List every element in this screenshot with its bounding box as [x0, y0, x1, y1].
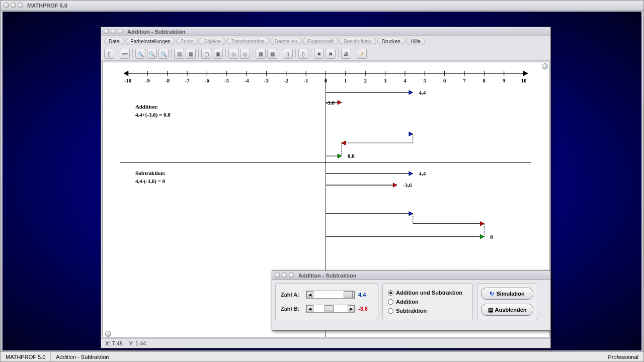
zahl-b-slider[interactable]: ◀ ▶ [306, 305, 355, 313]
svg-marker-67 [409, 171, 413, 176]
svg-marker-44 [523, 71, 528, 76]
svg-text:6: 6 [443, 77, 446, 83]
menu-hilfe[interactable]: Hilfe [406, 38, 425, 45]
coord-y-label: Y: [129, 340, 134, 346]
document-statusbar: X: 7.48 Y: 1.44 [101, 338, 550, 347]
svg-marker-55 [409, 132, 413, 136]
svg-text:5: 5 [424, 77, 427, 83]
help-icon[interactable]: ? [357, 49, 367, 59]
menu-datei[interactable]: Datei [104, 38, 125, 45]
control-titlebar[interactable]: Addition - Subtraktion [272, 271, 550, 280]
maximize-icon[interactable] [11, 3, 16, 8]
menu-transformation[interactable]: Transformation [226, 38, 269, 45]
maximize-icon[interactable] [282, 273, 287, 278]
svg-marker-70 [393, 183, 397, 188]
radio-addition[interactable]: Addition [388, 299, 467, 305]
zahl-a-label: Zahl A: [281, 292, 303, 298]
svg-text:10: 10 [521, 77, 527, 83]
chevron-right-icon[interactable]: ▶ [348, 305, 355, 312]
target2-icon[interactable]: ◎ [240, 49, 250, 59]
svg-text:-7: -7 [185, 77, 190, 83]
svg-marker-79 [480, 234, 484, 239]
svg-marker-52 [338, 100, 342, 105]
binoculars-icon[interactable]: 👓 [120, 49, 130, 59]
maximize-icon[interactable] [111, 29, 116, 34]
minimize-icon[interactable] [104, 29, 109, 34]
control-panel: Addition - Subtraktion Zahl A: ◀ ▶ 4,4 [272, 270, 551, 331]
ausblenden-button[interactable]: ▤Ausblenden [481, 304, 533, 316]
zahl-a-value: 4,4 [358, 292, 366, 298]
zahl-b-label: Zahl B: [281, 306, 303, 312]
app-titlebar[interactable]: MATHPROF 5.0 [1, 1, 643, 11]
svg-marker-47 [409, 90, 413, 95]
table2-icon[interactable]: ▦ [267, 49, 277, 59]
document-title: Addition - Subtraktion [127, 29, 185, 35]
menu-darstellen[interactable]: Darstellen [270, 38, 302, 45]
svg-text:-9: -9 [145, 77, 150, 83]
close-icon[interactable] [118, 29, 123, 34]
svg-text:2: 2 [364, 77, 366, 83]
close-icon[interactable] [289, 273, 294, 278]
menu-eigenschaft[interactable]: Eigenschaft [303, 38, 338, 45]
svg-text:-3: -3 [264, 77, 269, 83]
svg-marker-73 [409, 212, 413, 216]
menu-objekte[interactable]: Objekte [199, 38, 225, 45]
svg-text:8: 8 [490, 234, 493, 240]
svg-text:4,4: 4,4 [419, 89, 426, 96]
document-titlebar[interactable]: Addition - Subtraktion [101, 27, 550, 36]
svg-text:1: 1 [344, 77, 347, 83]
svg-text:Addition:: Addition: [135, 104, 158, 110]
svg-text:4,4-(-3,6) = 8: 4,4-(-3,6) = 8 [135, 178, 166, 185]
copy-icon[interactable]: ▯ [298, 49, 308, 59]
minimize-icon[interactable] [4, 3, 9, 8]
menu-beschriftung[interactable]: Beschriftung [339, 38, 376, 45]
zoom-reset-icon[interactable]: 🔍 [158, 49, 169, 59]
svg-text:3: 3 [384, 77, 387, 83]
zoom-in-icon[interactable]: 🔍 [135, 49, 145, 59]
radio-subtraktion[interactable]: Subtraktion [388, 308, 467, 314]
app-statusbar: MATHPROF 5.0 Addition - Subtraktion Prof… [1, 351, 643, 361]
svg-text:-6: -6 [205, 77, 210, 83]
minimize-icon[interactable] [275, 273, 280, 278]
svg-text:-1: -1 [304, 77, 308, 83]
simulation-button[interactable]: ↻Simulation [481, 288, 533, 300]
chevron-left-icon[interactable]: ◀ [306, 291, 313, 298]
svg-text:8: 8 [483, 77, 486, 83]
refresh-icon: ↻ [490, 291, 494, 297]
svg-text:4: 4 [404, 77, 407, 83]
scroll-thumb-v[interactable] [542, 63, 548, 69]
menu-farbeinstellungen[interactable]: Farbeinstellungen [126, 38, 175, 45]
table-icon[interactable]: ▦ [256, 49, 266, 59]
grid-icon[interactable]: ▢ [201, 49, 211, 59]
delete-icon[interactable]: ✖ [314, 49, 324, 59]
grid2-icon[interactable]: ▣ [213, 49, 223, 59]
target-icon[interactable]: ◎ [228, 49, 238, 59]
mode-group: Addition und Subtraktion Addition Subtra… [382, 283, 473, 320]
chart-icon[interactable]: ▯ [283, 49, 293, 59]
menu-drucken[interactable]: Drucken [377, 38, 405, 45]
toolbar: ▯ 👓 🔍 🔍 🔍 ▤ ▦ ▢ ▣ ◎ ◎ ▦ ▦ ▯ [101, 47, 550, 61]
scroll-thumb-h[interactable] [105, 331, 111, 337]
svg-text:-8: -8 [165, 77, 170, 83]
values-group: Zahl A: ◀ ▶ 4,4 Zahl B: ◀ ▶ [275, 283, 378, 320]
svg-text:9: 9 [503, 77, 506, 83]
print-icon[interactable]: 🖶 [341, 49, 351, 59]
status-doc-name: Addition - Subtraktion [51, 352, 114, 361]
zahl-a-slider[interactable]: ◀ ▶ [306, 291, 355, 299]
svg-text:-5: -5 [224, 77, 229, 83]
page-icon[interactable]: ▤ [174, 49, 184, 59]
radio-both[interactable]: Addition und Subtraktion [388, 290, 467, 296]
menubar: Datei Farbeinstellungen Zoom Objekte Tra… [101, 36, 550, 47]
zoom-out-icon[interactable]: 🔍 [147, 49, 157, 59]
svg-text:-10: -10 [124, 77, 132, 83]
svg-text:-3,6: -3,6 [403, 182, 412, 188]
status-edition: Professional [603, 352, 643, 361]
chevron-left-icon[interactable]: ◀ [306, 305, 313, 312]
actions-group: ↻Simulation ▤Ausblenden [477, 283, 537, 320]
tile-icon[interactable]: ▦ [186, 49, 196, 59]
delete2-icon[interactable]: ✖ [326, 49, 336, 59]
close-icon[interactable] [18, 3, 23, 8]
tool-icon[interactable]: ▯ [104, 49, 114, 59]
menu-zoom[interactable]: Zoom [176, 38, 198, 45]
svg-text:0,8: 0,8 [348, 153, 355, 159]
